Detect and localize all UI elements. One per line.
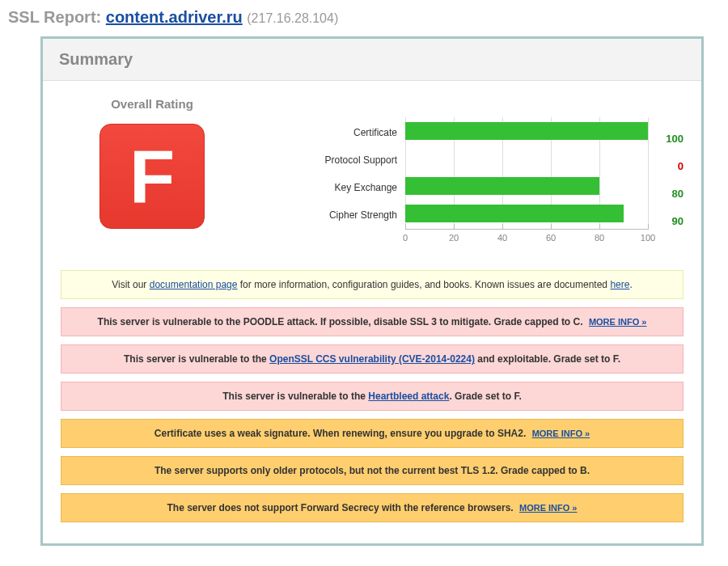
- chart-bar: [405, 177, 599, 195]
- chart-tick-label: 20: [449, 233, 459, 243]
- chart-axis: 020406080100: [243, 229, 684, 247]
- chart-row: Certificate100: [243, 117, 684, 145]
- ccs-link[interactable]: OpenSSL CCS vulnerability (CVE-2014-0224…: [269, 353, 475, 365]
- chart-value: 80: [648, 188, 684, 200]
- fs-more-info-link[interactable]: MORE INFO »: [519, 503, 578, 513]
- rating-column: Overall Rating F: [61, 97, 243, 229]
- chart-tick-label: 60: [546, 233, 556, 243]
- grade-badge: F: [99, 124, 205, 229]
- rating-label: Overall Rating: [61, 97, 243, 111]
- chart-value: 100: [648, 133, 684, 145]
- chart-value: 0: [648, 160, 684, 172]
- chart-column: Certificate100Protocol Support0Key Excha…: [243, 97, 684, 247]
- chart-tick-label: 0: [403, 233, 408, 243]
- banner-ccs: This server is vulnerable to the OpenSSL…: [61, 344, 684, 374]
- chart-value: 90: [648, 215, 684, 227]
- chart-axis-line: 020406080100: [405, 229, 648, 247]
- documentation-link[interactable]: documentation page: [150, 279, 238, 290]
- page-title: SSL Report: content.adriver.ru (217.16.2…: [8, 8, 728, 27]
- summary-panel: Summary Overall Rating F Certificate100P…: [40, 36, 704, 546]
- chart-tick-label: 100: [641, 233, 655, 243]
- chart-category-label: Protocol Support: [243, 154, 405, 172]
- chart-bar-cell: [405, 117, 648, 145]
- chart-tick-label: 40: [497, 233, 507, 243]
- panel-body: Overall Rating F Certificate100Protocol …: [43, 81, 701, 543]
- chart-bar-cell: [405, 145, 648, 172]
- banner-sha2: Certificate uses a weak signature. When …: [61, 419, 684, 448]
- chart-row: Cipher Strength90: [243, 200, 684, 227]
- hostname-link[interactable]: content.adriver.ru: [106, 8, 243, 26]
- banner-heartbleed: This server is vulnerable to the Heartbl…: [61, 382, 684, 411]
- ip-address: (217.16.28.104): [247, 11, 338, 25]
- chart-bar: [405, 205, 624, 222]
- chart-category-label: Key Exchange: [243, 182, 405, 200]
- known-issues-link[interactable]: here: [610, 279, 629, 290]
- heartbleed-link[interactable]: Heartbleed attack: [368, 391, 449, 402]
- summary-top: Overall Rating F Certificate100Protocol …: [61, 97, 684, 247]
- chart-bar: [405, 122, 648, 140]
- banner-documentation: Visit our documentation page for more in…: [61, 270, 684, 299]
- ratings-chart: Certificate100Protocol Support0Key Excha…: [243, 117, 684, 247]
- banner-forward-secrecy: The server does not support Forward Secr…: [61, 493, 684, 522]
- banner-tls12: The server supports only older protocols…: [61, 456, 684, 485]
- banner-poodle: This server is vulnerable to the POODLE …: [61, 307, 684, 336]
- chart-category-label: Cipher Strength: [243, 209, 405, 227]
- chart-bar-cell: [405, 172, 648, 200]
- chart-row: Key Exchange80: [243, 172, 684, 200]
- poodle-more-info-link[interactable]: MORE INFO »: [589, 317, 647, 327]
- panel-title: Summary: [43, 39, 701, 81]
- title-prefix: SSL Report:: [8, 8, 106, 26]
- chart-bar-cell: [405, 200, 648, 227]
- sha2-more-info-link[interactable]: MORE INFO »: [532, 429, 590, 438]
- chart-tick-label: 80: [595, 233, 604, 243]
- chart-category-label: Certificate: [243, 127, 405, 145]
- chart-row: Protocol Support0: [243, 145, 684, 172]
